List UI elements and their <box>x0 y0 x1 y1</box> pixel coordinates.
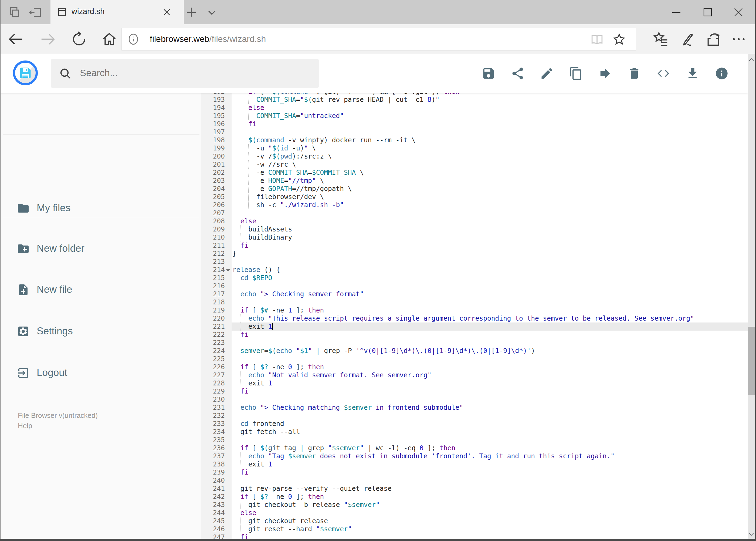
code-line-text[interactable]: exit 1 <box>232 379 748 387</box>
code-line-text[interactable]: COMMIT_SHA="$(git rev-parse HEAD | cut -… <box>232 96 748 104</box>
new-tab-button[interactable] <box>185 5 198 19</box>
scrollbar-thumb[interactable] <box>748 327 755 395</box>
help-link[interactable]: Help <box>18 420 98 431</box>
code-line-text[interactable] <box>232 476 748 485</box>
set-tabs-aside-icon[interactable] <box>29 5 43 19</box>
address-bar[interactable]: filebrowser.web/files/wizard.sh <box>122 28 636 51</box>
web-note-pen-icon[interactable] <box>679 31 695 48</box>
info-button[interactable] <box>715 66 729 81</box>
code-line-text[interactable]: -e GOPATH=//tmp/gopath \ <box>232 185 748 193</box>
code-line-text[interactable]: -v /$(pwd):/src:z \ <box>232 152 748 161</box>
sidebar-item-new-folder[interactable]: New folder <box>1 234 201 264</box>
scroll-up-icon[interactable] <box>748 54 755 65</box>
browser-tab[interactable]: wizard.sh <box>51 0 184 24</box>
code-line-text[interactable]: -e COMMIT_SHA=$COMMIT_SHA \ <box>232 169 748 177</box>
code-line-text[interactable]: exit 1 <box>232 460 748 468</box>
hub-favorites-icon[interactable] <box>652 31 669 48</box>
share-page-icon[interactable] <box>705 31 722 48</box>
refresh-button[interactable] <box>71 31 88 48</box>
code-line-text[interactable]: git rev-parse --verify --quiet release <box>232 485 748 493</box>
copy-button[interactable] <box>569 66 583 81</box>
sidebar-item-new-file[interactable]: New file <box>1 275 201 305</box>
code-line-text[interactable]: echo "> Checking semver format" <box>232 290 748 298</box>
filebrowser-logo[interactable] <box>13 61 38 85</box>
code-editor[interactable]: 192 if [ "$(command -v git)" != "" ] && … <box>201 93 748 541</box>
save-button[interactable] <box>481 66 496 81</box>
code-line-text[interactable]: buildBinary <box>232 234 748 242</box>
code-line-text[interactable] <box>232 355 748 363</box>
code-line-text[interactable]: git checkout release <box>232 517 748 525</box>
code-line-text[interactable]: fi <box>232 242 748 250</box>
code-line-text[interactable]: git checkout -b release "$semver" <box>232 501 748 509</box>
move-button[interactable] <box>598 66 612 81</box>
code-line-text[interactable]: echo "Not valid semver format. See semve… <box>232 371 748 379</box>
code-line-text[interactable]: echo "This release script requires a sin… <box>232 314 748 322</box>
code-line-text[interactable]: fi <box>232 387 748 395</box>
code-line-text[interactable]: git fetch --all <box>232 428 748 436</box>
code-line-text[interactable]: echo "Tag $semver does not exist in subm… <box>232 452 748 460</box>
code-line-text[interactable] <box>232 258 748 266</box>
code-line-text[interactable]: else <box>232 509 748 517</box>
code-line-text[interactable]: release () { <box>232 266 748 274</box>
code-button[interactable] <box>656 66 670 81</box>
code-line-text[interactable]: -w //src \ <box>232 161 748 169</box>
code-line-text[interactable]: buildAssets <box>232 225 748 234</box>
code-line-text[interactable]: } <box>232 250 748 258</box>
code-line-text[interactable]: cd frontend <box>232 420 748 428</box>
code-line-text[interactable] <box>232 412 748 420</box>
code-line-text[interactable]: COMMIT_SHA="untracked" <box>232 112 748 120</box>
share-button[interactable] <box>511 66 525 81</box>
code-line-text[interactable]: -u "$(id -u)" \ <box>232 144 748 152</box>
site-info-icon[interactable] <box>126 32 140 46</box>
code-line-text[interactable]: echo "> Checking matching $semver in fro… <box>232 403 748 412</box>
sidebar-item-logout[interactable]: Logout <box>1 358 201 388</box>
code-line-text[interactable]: filebrowser/dev \ <box>232 193 748 201</box>
code-line-text[interactable]: if [ "$(command -v git)" != "" ] && [ -d… <box>232 93 748 96</box>
code-line-text[interactable] <box>232 282 748 290</box>
tab-menu-chevron-icon[interactable] <box>206 6 218 19</box>
code-line-text[interactable]: exit 1 <box>232 322 748 330</box>
window-maximize-button[interactable] <box>695 4 720 20</box>
tab-preview-icon[interactable] <box>8 5 22 19</box>
code-line-text[interactable]: $(command -v winpty) docker run --rm -it… <box>232 136 748 144</box>
sidebar-item-settings[interactable]: Settings <box>1 316 201 346</box>
code-line-text[interactable] <box>232 395 748 403</box>
search-input[interactable]: Search... <box>51 59 319 88</box>
back-button[interactable] <box>8 31 24 48</box>
code-line-text[interactable]: fi <box>232 468 748 476</box>
forward-button[interactable] <box>39 31 56 48</box>
fold-marker-icon[interactable] <box>225 266 232 274</box>
code-line-text[interactable] <box>232 128 748 136</box>
scroll-down-icon[interactable] <box>748 528 755 539</box>
code-line-text[interactable] <box>232 209 748 217</box>
code-line-text[interactable] <box>232 298 748 306</box>
code-line-text[interactable]: if [ $? -ne 0 ]; then <box>232 493 748 501</box>
edit-button[interactable] <box>540 66 554 81</box>
delete-button[interactable] <box>627 66 641 81</box>
code-line-text[interactable]: fi <box>232 330 748 339</box>
code-line-text[interactable]: if [ $(git tag | grep "$semver" | wc -l)… <box>232 444 748 452</box>
url-text[interactable]: filebrowser.web/files/wizard.sh <box>150 34 266 44</box>
window-minimize-button[interactable] <box>664 4 688 20</box>
code-line-text[interactable]: git reset --hard "$semver" <box>232 525 748 533</box>
code-line-text[interactable] <box>232 436 748 444</box>
code-line-text[interactable]: if [ $# -ne 1 ]; then <box>232 306 748 314</box>
code-line-text[interactable]: fi <box>232 120 748 128</box>
page-scrollbar[interactable] <box>748 54 755 539</box>
code-line-text[interactable] <box>232 339 748 347</box>
favorite-star-icon[interactable] <box>612 32 626 46</box>
code-line-text[interactable]: sh -c "./wizard.sh -b" <box>232 201 748 209</box>
more-options-icon[interactable] <box>730 31 747 48</box>
code-line-text[interactable]: else <box>232 104 748 112</box>
code-line-text[interactable]: cd $REPO <box>232 274 748 282</box>
code-line-text[interactable]: semver=$(echo "$1" | grep -P '^v(0|[1-9]… <box>232 347 748 355</box>
reading-view-icon[interactable] <box>590 32 604 46</box>
tab-close-icon[interactable] <box>161 6 172 18</box>
sidebar-item-my-files[interactable]: My files <box>1 194 201 223</box>
home-button[interactable] <box>101 31 118 48</box>
window-close-button[interactable] <box>726 4 751 20</box>
code-line-text[interactable]: else <box>232 217 748 225</box>
code-line-text[interactable]: if [ $? -ne 0 ]; then <box>232 363 748 371</box>
code-line-text[interactable]: -e HOME="//tmp" \ <box>232 177 748 185</box>
download-button[interactable] <box>685 66 700 81</box>
